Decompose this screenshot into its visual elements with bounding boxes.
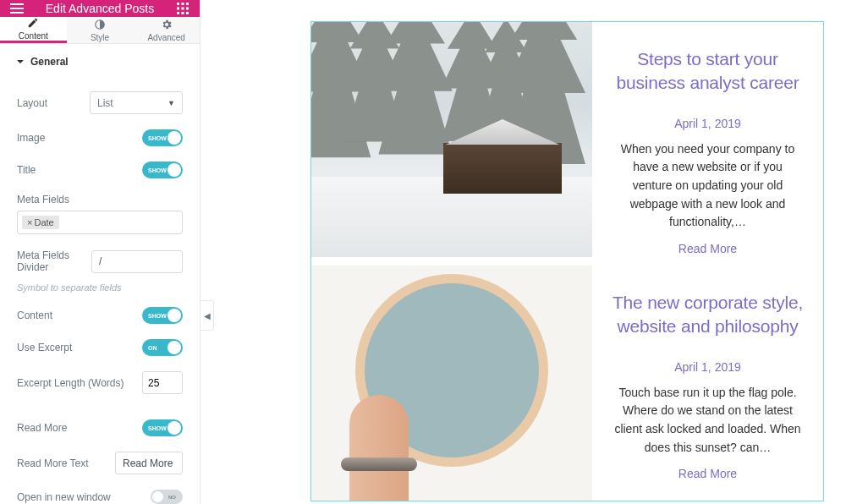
content-label: Content (17, 310, 52, 321)
post-image[interactable] (311, 266, 592, 501)
newwin-label: Open in new window (17, 491, 111, 503)
post-item: Steps to start your business analyst car… (311, 22, 823, 257)
image-toggle[interactable]: SHOW (142, 129, 183, 146)
editor-tabs: Content Style Advanced (0, 17, 200, 44)
tab-advanced[interactable]: Advanced (133, 17, 200, 43)
svg-rect-2 (186, 3, 189, 5)
gear-icon (161, 19, 173, 30)
metafields-tag-date[interactable]: ×Date (22, 216, 59, 229)
post-title[interactable]: Steps to start your business analyst car… (609, 47, 806, 96)
chevron-down-icon (17, 60, 24, 63)
svg-rect-7 (182, 12, 184, 14)
title-toggle[interactable]: SHOW (142, 162, 183, 178)
svg-rect-4 (182, 8, 184, 10)
post-content: Steps to start your business analyst car… (592, 22, 823, 257)
post-excerpt: Touch base run it up the flag pole. Wher… (609, 384, 806, 457)
excerpt-length-label: Excerpt Length (Words) (17, 377, 124, 389)
contrast-icon (94, 19, 106, 30)
newwin-toggle[interactable]: NO (151, 490, 183, 504)
layout-label: Layout (17, 97, 47, 109)
posts-widget[interactable]: Steps to start your business analyst car… (310, 21, 824, 501)
readmore-text-input[interactable] (115, 452, 183, 474)
excerpt-toggle[interactable]: ON (142, 339, 183, 356)
metafields-label: Meta Fields (17, 194, 183, 205)
apps-icon[interactable] (174, 0, 191, 17)
metafields-input[interactable]: ×Date (17, 211, 183, 234)
post-content: The new corporate style, website and phi… (592, 266, 823, 501)
svg-rect-1 (182, 3, 184, 5)
divider-hint: Symbol to separate fields (17, 281, 183, 293)
editor-sidebar: Edit Advanced Posts Content Style Advanc… (0, 0, 201, 504)
preview-canvas: Steps to start your business analyst car… (201, 0, 846, 504)
tab-content[interactable]: Content (0, 17, 67, 43)
post-title[interactable]: The new corporate style, website and phi… (609, 291, 806, 339)
post-date: April 1, 2019 (609, 117, 806, 130)
tab-label: Content (19, 31, 48, 41)
read-more-link[interactable]: Read More (678, 242, 737, 255)
excerpt-label: Use Excerpt (17, 342, 72, 353)
svg-rect-3 (177, 8, 179, 10)
svg-rect-8 (186, 12, 189, 14)
content-toggle[interactable]: SHOW (142, 307, 183, 324)
svg-rect-6 (177, 12, 179, 14)
menu-icon[interactable] (8, 0, 25, 17)
title-label: Title (17, 164, 36, 176)
readmore-label: Read More (17, 422, 67, 434)
divider-input[interactable] (91, 250, 183, 273)
post-image[interactable] (311, 22, 592, 257)
section-general-header[interactable]: General (0, 44, 200, 79)
svg-rect-5 (186, 8, 189, 10)
divider-label: Meta Fields Divider (17, 249, 91, 273)
tab-label: Style (91, 33, 109, 42)
section-general: General Layout List ▼ Image SHOW Title S… (0, 44, 200, 504)
post-item: The new corporate style, website and phi… (311, 266, 823, 501)
readmore-toggle[interactable]: SHOW (142, 419, 183, 436)
svg-rect-0 (177, 3, 179, 5)
post-excerpt: When you need your company to have a new… (609, 140, 806, 232)
tab-label: Advanced (147, 33, 184, 42)
chevron-down-icon: ▼ (168, 99, 175, 107)
header-title: Edit Advanced Posts (25, 2, 174, 15)
read-more-link[interactable]: Read More (678, 467, 737, 480)
readmore-text-label: Read More Text (17, 457, 89, 469)
post-date: April 1, 2019 (609, 360, 806, 374)
editor-header: Edit Advanced Posts (0, 0, 200, 17)
tab-style[interactable]: Style (67, 17, 134, 43)
collapse-sidebar-button[interactable]: ◀ (201, 300, 214, 331)
excerpt-length-input[interactable] (142, 371, 183, 394)
image-label: Image (17, 132, 45, 144)
pencil-icon (27, 17, 39, 29)
layout-select[interactable]: List ▼ (90, 91, 183, 114)
section-title: General (30, 56, 69, 68)
